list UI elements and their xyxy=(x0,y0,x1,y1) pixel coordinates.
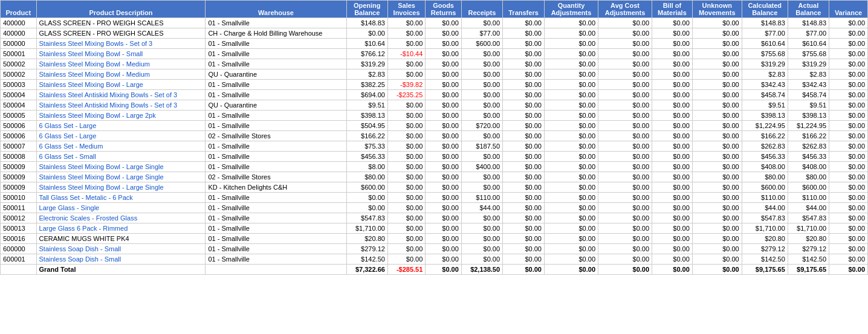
cell-goods: $0.00 xyxy=(426,193,462,203)
cell-warehouse: CH - Charge & Hold Billing Warehouse xyxy=(206,28,346,39)
cell-description: Large Glass 6 Pack - Rimmed xyxy=(36,223,206,234)
cell-bom: $0.00 xyxy=(652,254,693,265)
cell-unknown: $0.00 xyxy=(692,213,742,223)
cell-avg-cost: $0.00 xyxy=(598,39,652,49)
cell-opening: $279.12 xyxy=(346,244,387,254)
table-row: 500007 6 Glass Set - Medium 01 - Smallvi… xyxy=(1,141,868,152)
cell-receipts: $400.00 xyxy=(461,162,502,172)
cell-actual: $110.00 xyxy=(788,193,829,203)
table-row: 500005 Stainless Steel Mixing Bowl - Lar… xyxy=(1,111,868,121)
cell-description: Stainless Steel Antiskid Mixing Bowls - … xyxy=(36,90,206,100)
cell-avg-cost: $0.00 xyxy=(598,152,652,162)
cell-calc: $148.83 xyxy=(742,18,788,28)
table-row: 500013 Large Glass 6 Pack - Rimmed 01 - … xyxy=(1,223,868,234)
cell-transfers: $0.00 xyxy=(503,254,545,265)
cell-opening: $2.83 xyxy=(346,69,387,80)
cell-goods: $0.00 xyxy=(426,172,462,182)
cell-qty-adj: $0.00 xyxy=(544,100,598,111)
cell-warehouse: 01 - Smallville xyxy=(206,193,346,203)
cell-receipts: $110.00 xyxy=(461,193,502,203)
cell-goods: $0.00 xyxy=(426,182,462,193)
cell-calc: $600.00 xyxy=(742,182,788,193)
col-sales-invoices: SalesInvoices xyxy=(387,1,425,18)
col-opening-balance: OpeningBalance xyxy=(346,1,387,18)
cell-actual: $9.51 xyxy=(788,100,829,111)
grand-total-row: Grand Total $7,322.66 -$285.51 $0.00 $2,… xyxy=(1,265,868,275)
cell-avg-cost: $0.00 xyxy=(598,141,652,152)
cell-sales: $0.00 xyxy=(387,193,425,203)
cell-opening: $382.25 xyxy=(346,80,387,90)
cell-receipts: $0.00 xyxy=(461,80,502,90)
cell-product: 500002 xyxy=(1,59,37,69)
cell-transfers: $0.00 xyxy=(503,213,545,223)
cell-bom: $0.00 xyxy=(652,111,693,121)
cell-opening: $142.50 xyxy=(346,254,387,265)
cell-sales: -$235.25 xyxy=(387,90,425,100)
cell-description: Stainless Steel Mixing Bowls - Set of 3 xyxy=(36,39,206,49)
cell-receipts: $0.00 xyxy=(461,49,502,59)
cell-transfers: $0.00 xyxy=(503,244,545,254)
table-row: 500001 Stainless Steel Mixing Bowl - Sma… xyxy=(1,49,868,59)
cell-transfers: $0.00 xyxy=(503,234,545,244)
cell-description: Stainless Steel Mixing Bowl - Large Sing… xyxy=(36,182,206,193)
cell-transfers: $0.00 xyxy=(503,141,545,152)
cell-transfers: $0.00 xyxy=(503,131,545,141)
cell-actual: $408.00 xyxy=(788,162,829,172)
table-row: 500016 CERAMIC MUGS WHITE PK4 01 - Small… xyxy=(1,234,868,244)
cell-bom: $0.00 xyxy=(652,172,693,182)
cell-sales: $0.00 xyxy=(387,121,425,131)
col-avg-cost-adjustments: Avg CostAdjustments xyxy=(598,1,652,18)
table-row: 600001 Stainless Soap Dish - Small 01 - … xyxy=(1,254,868,265)
cell-bom: $0.00 xyxy=(652,203,693,213)
cell-sales: $0.00 xyxy=(387,234,425,244)
cell-bom: $0.00 xyxy=(652,100,693,111)
cell-receipts: $0.00 xyxy=(461,90,502,100)
cell-actual: $610.64 xyxy=(788,39,829,49)
cell-opening: $694.00 xyxy=(346,90,387,100)
cell-transfers: $0.00 xyxy=(503,100,545,111)
cell-warehouse: 02 - Smallville Stores xyxy=(206,131,346,141)
cell-avg-cost: $0.00 xyxy=(598,100,652,111)
col-goods-returns: GoodsReturns xyxy=(426,1,462,18)
cell-calc: $77.00 xyxy=(742,28,788,39)
cell-description: Stainless Steel Mixing Bowl - Large Sing… xyxy=(36,172,206,182)
cell-receipts: $0.00 xyxy=(461,100,502,111)
cell-sales: $0.00 xyxy=(387,172,425,182)
cell-bom: $0.00 xyxy=(652,49,693,59)
cell-opening: $1,710.00 xyxy=(346,223,387,234)
cell-opening: $10.64 xyxy=(346,39,387,49)
table-row: 500009 Stainless Steel Mixing Bowl - Lar… xyxy=(1,172,868,182)
grand-total-label-text: Grand Total xyxy=(36,265,206,275)
cell-warehouse: 01 - Smallville xyxy=(206,162,346,172)
cell-receipts: $0.00 xyxy=(461,213,502,223)
cell-sales: $0.00 xyxy=(387,59,425,69)
cell-unknown: $0.00 xyxy=(692,121,742,131)
cell-product: 500009 xyxy=(1,172,37,182)
grand-total-opening: $7,322.66 xyxy=(346,265,387,275)
grand-total-receipts: $2,138.50 xyxy=(461,265,502,275)
cell-bom: $0.00 xyxy=(652,28,693,39)
cell-opening: $456.33 xyxy=(346,152,387,162)
cell-bom: $0.00 xyxy=(652,193,693,203)
cell-product: 600001 xyxy=(1,254,37,265)
cell-calc: $547.83 xyxy=(742,213,788,223)
cell-qty-adj: $0.00 xyxy=(544,162,598,172)
cell-qty-adj: $0.00 xyxy=(544,182,598,193)
cell-qty-adj: $0.00 xyxy=(544,69,598,80)
cell-qty-adj: $0.00 xyxy=(544,90,598,100)
cell-receipts: $0.00 xyxy=(461,182,502,193)
cell-actual: $44.00 xyxy=(788,203,829,213)
cell-sales: $0.00 xyxy=(387,69,425,80)
cell-product: 400000 xyxy=(1,18,37,28)
cell-bom: $0.00 xyxy=(652,80,693,90)
cell-bom: $0.00 xyxy=(652,90,693,100)
table-row: 500009 Stainless Steel Mixing Bowl - Lar… xyxy=(1,182,868,193)
cell-bom: $0.00 xyxy=(652,39,693,49)
cell-transfers: $0.00 xyxy=(503,28,545,39)
cell-unknown: $0.00 xyxy=(692,162,742,172)
cell-warehouse: 01 - Smallville xyxy=(206,254,346,265)
cell-description: 6 Glass Set - Medium xyxy=(36,141,206,152)
table-row: 500008 6 Glass Set - Small 01 - Smallvil… xyxy=(1,152,868,162)
grand-total-unknown: $0.00 xyxy=(692,265,742,275)
cell-variance: $0.00 xyxy=(829,59,868,69)
